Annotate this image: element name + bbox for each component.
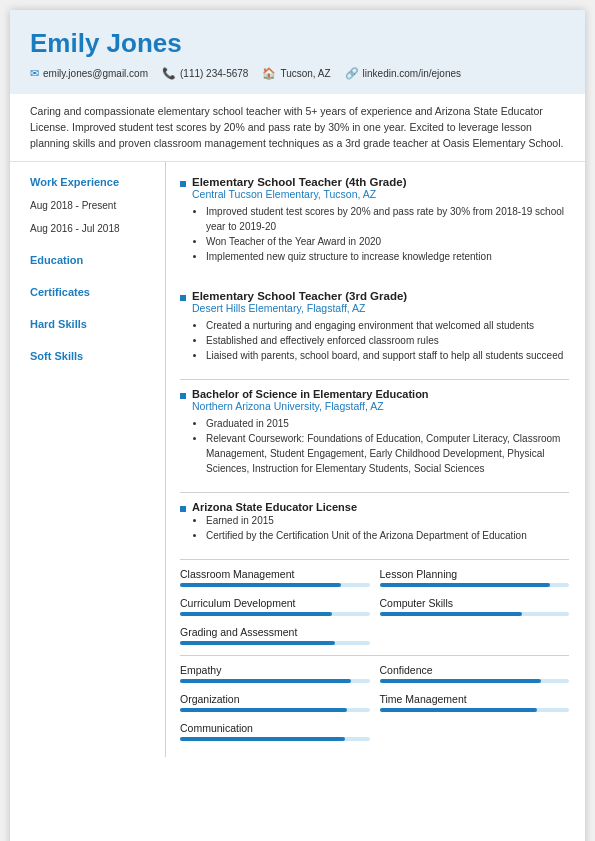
- job-content-1: Elementary School Teacher (3rd Grade)Des…: [192, 290, 569, 363]
- left-column: Work ExperienceAug 2018 - PresentAug 201…: [10, 162, 165, 757]
- education-label: Education: [30, 254, 155, 266]
- job-title-1: Elementary School Teacher (3rd Grade): [192, 290, 569, 302]
- hard-skill-bar-bg-2: [180, 612, 370, 616]
- soft-skill-bar-bg-2: [180, 708, 370, 712]
- hard-skill-name-0: Classroom Management: [180, 568, 370, 580]
- body-wrapper: Work ExperienceAug 2018 - PresentAug 201…: [10, 162, 585, 757]
- blue-bar-icon: [180, 178, 186, 187]
- soft-skill-name-4: Communication: [180, 722, 370, 734]
- soft-skill-item-4: Communication: [180, 722, 370, 741]
- date-label-1: Aug 2016 - Jul 2018: [30, 223, 155, 234]
- edu-degree-0: Bachelor of Science in Elementary Educat…: [192, 388, 569, 400]
- bullet-item: Won Teacher of the Year Award in 2020: [206, 234, 569, 249]
- hard-skills-label: Hard Skills: [30, 318, 155, 330]
- location-contact: 🏠 Tucson, AZ: [262, 67, 330, 80]
- hard-skill-item-2: Curriculum Development: [180, 597, 370, 616]
- soft-skill-bar-bg-1: [380, 679, 570, 683]
- location-value: Tucson, AZ: [280, 68, 330, 79]
- edu-block-0: Bachelor of Science in Elementary Educat…: [180, 388, 569, 476]
- cert-block-0: Arizona State Educator LicenseEarned in …: [180, 501, 569, 543]
- phone-contact: 📞 (111) 234-5678: [162, 67, 248, 80]
- soft-skill-bar-fill-2: [180, 708, 347, 712]
- bullet-item: Implemented new quiz structure to increa…: [206, 249, 569, 264]
- hard-skill-bar-bg-0: [180, 583, 370, 587]
- blue-bar-icon: [180, 503, 186, 512]
- hard-skill-bar-fill-1: [380, 583, 551, 587]
- edu-bullets-0: Graduated in 2015Relevant Coursework: Fo…: [206, 416, 569, 476]
- right-column: Elementary School Teacher (4th Grade)Cen…: [166, 162, 585, 757]
- hard-skill-item-1: Lesson Planning: [380, 568, 570, 587]
- job-title-0: Elementary School Teacher (4th Grade): [192, 176, 569, 188]
- bullet-item: Graduated in 2015: [206, 416, 569, 431]
- soft-skill-item-0: Empathy: [180, 664, 370, 683]
- cert-content-0: Arizona State Educator LicenseEarned in …: [192, 501, 569, 543]
- hard-skill-bar-fill-2: [180, 612, 332, 616]
- edu-content-0: Bachelor of Science in Elementary Educat…: [192, 388, 569, 476]
- soft-skill-bar-bg-3: [380, 708, 570, 712]
- soft-skill-bar-bg-4: [180, 737, 370, 741]
- summary-text: Caring and compassionate elementary scho…: [30, 105, 563, 149]
- hard-skill-bar-bg-4: [180, 641, 370, 645]
- job-bullets-0: Improved student test scores by 20% and …: [206, 204, 569, 264]
- cert-bullets-0: Earned in 2015Certified by the Certifica…: [206, 513, 569, 543]
- hard-skill-bar-bg-3: [380, 612, 570, 616]
- linkedin-icon: 🔗: [345, 67, 359, 80]
- blue-bar-icon: [180, 390, 186, 399]
- blue-bar-icon: [180, 292, 186, 301]
- soft-skills-divider: [180, 655, 569, 656]
- contact-row: ✉ emily.jones@gmail.com 📞 (111) 234-5678…: [30, 67, 565, 80]
- hard-skill-bar-bg-1: [380, 583, 570, 587]
- bullet-item: Created a nurturing and engaging environ…: [206, 318, 569, 333]
- certs-divider: [180, 492, 569, 493]
- phone-value: (111) 234-5678: [180, 68, 248, 79]
- work-experience-label: Work Experience: [30, 176, 155, 188]
- hard-skill-bar-fill-3: [380, 612, 522, 616]
- linkedin-contact: 🔗 linkedin.com/in/ejones: [345, 67, 461, 80]
- soft-skill-item-3: Time Management: [380, 693, 570, 712]
- bullet-item: Liaised with parents, school board, and …: [206, 348, 569, 363]
- education-divider: [180, 379, 569, 380]
- hard-skill-item-4: Grading and Assessment: [180, 626, 370, 645]
- hard-skill-name-2: Curriculum Development: [180, 597, 370, 609]
- email-icon: ✉: [30, 67, 39, 80]
- soft-skill-name-0: Empathy: [180, 664, 370, 676]
- soft-skill-name-2: Organization: [180, 693, 370, 705]
- soft-skill-item-1: Confidence: [380, 664, 570, 683]
- soft-skill-name-1: Confidence: [380, 664, 570, 676]
- job-bullets-1: Created a nurturing and engaging environ…: [206, 318, 569, 363]
- hard-skill-item-3: Computer Skills: [380, 597, 570, 616]
- email-contact: ✉ emily.jones@gmail.com: [30, 67, 148, 80]
- soft-skill-bar-fill-3: [380, 708, 537, 712]
- bullet-item: Certified by the Certification Unit of t…: [206, 528, 569, 543]
- job-content-0: Elementary School Teacher (4th Grade)Cen…: [192, 176, 569, 264]
- summary-section: Caring and compassionate elementary scho…: [10, 94, 585, 162]
- job-block-1: Elementary School Teacher (3rd Grade)Des…: [180, 290, 569, 363]
- bullet-item: Improved student test scores by 20% and …: [206, 204, 569, 234]
- soft-skills-label: Soft Skills: [30, 350, 155, 362]
- soft-skill-bar-fill-4: [180, 737, 345, 741]
- certificates-label: Certificates: [30, 286, 155, 298]
- hard-skill-name-1: Lesson Planning: [380, 568, 570, 580]
- candidate-name: Emily Jones: [30, 28, 565, 59]
- resume-page: Emily Jones ✉ emily.jones@gmail.com 📞 (1…: [10, 10, 585, 841]
- location-icon: 🏠: [262, 67, 276, 80]
- job-company-0: Central Tucson Elementary, Tucson, AZ: [192, 188, 569, 200]
- hard-skill-item-0: Classroom Management: [180, 568, 370, 587]
- linkedin-value: linkedin.com/in/ejones: [363, 68, 461, 79]
- header-section: Emily Jones ✉ emily.jones@gmail.com 📞 (1…: [10, 10, 585, 94]
- hard-skill-bar-fill-4: [180, 641, 335, 645]
- email-value: emily.jones@gmail.com: [43, 68, 148, 79]
- soft-skill-name-3: Time Management: [380, 693, 570, 705]
- soft-skill-bar-fill-0: [180, 679, 351, 683]
- hard-skill-bar-fill-0: [180, 583, 341, 587]
- job-block-0: Elementary School Teacher (4th Grade)Cen…: [180, 176, 569, 264]
- hard-skill-name-4: Grading and Assessment: [180, 626, 370, 638]
- soft-skill-item-2: Organization: [180, 693, 370, 712]
- hard-skills-grid: Classroom ManagementLesson PlanningCurri…: [180, 568, 569, 647]
- phone-icon: 📞: [162, 67, 176, 80]
- soft-skill-bar-fill-1: [380, 679, 541, 683]
- bullet-item: Earned in 2015: [206, 513, 569, 528]
- cert-name-0: Arizona State Educator License: [192, 501, 569, 513]
- date-label-0: Aug 2018 - Present: [30, 200, 155, 211]
- job-company-1: Desert Hills Elementary, Flagstaff, AZ: [192, 302, 569, 314]
